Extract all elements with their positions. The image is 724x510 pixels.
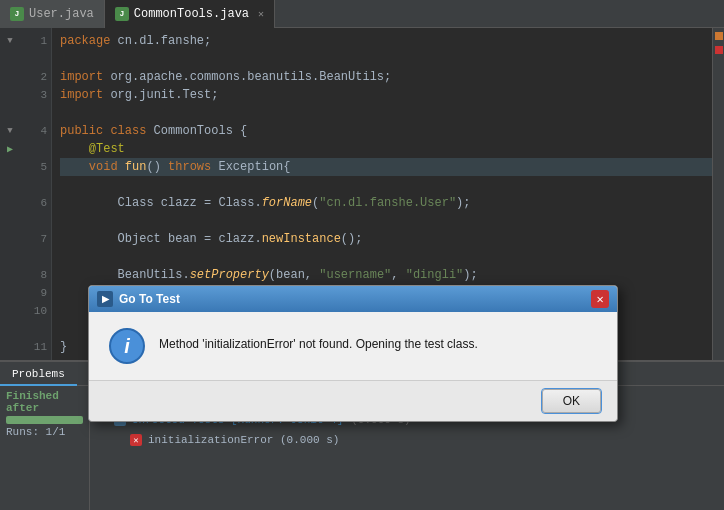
dialog-titlebar: ▶ Go To Test ✕ <box>89 286 617 312</box>
dialog-message: Method 'initializationError' not found. … <box>159 336 478 353</box>
dialog-footer: OK <box>89 380 617 421</box>
dialog-title-icon: ▶ <box>97 291 113 307</box>
dialog-goto-test: ▶ Go To Test ✕ i Method 'initializationE… <box>88 285 618 422</box>
dialog-title: ▶ Go To Test <box>97 291 180 307</box>
dialog-ok-button[interactable]: OK <box>542 389 601 413</box>
dialog-info-icon: i <box>109 328 145 364</box>
dialog-overlay: ▶ Go To Test ✕ i Method 'initializationE… <box>0 0 724 510</box>
dialog-close-button[interactable]: ✕ <box>591 290 609 308</box>
dialog-body: i Method 'initializationError' not found… <box>89 312 617 380</box>
